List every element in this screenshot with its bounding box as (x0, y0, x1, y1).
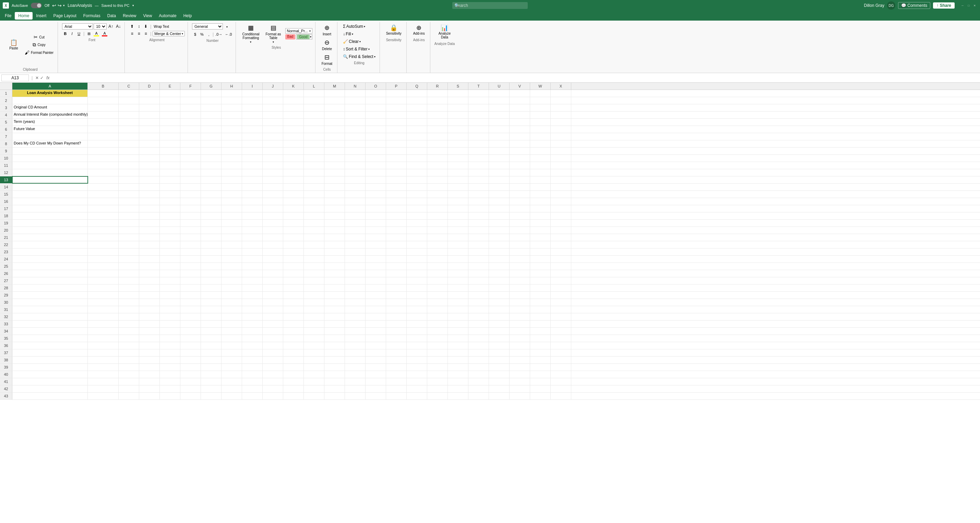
cell-f33[interactable] (180, 320, 201, 327)
cell-q33[interactable] (407, 320, 427, 327)
row-number[interactable]: 39 (0, 364, 12, 371)
cell-t38[interactable] (468, 357, 489, 364)
cell-r5[interactable] (427, 119, 448, 126)
cell-g38[interactable] (201, 357, 221, 364)
cell-c40[interactable] (119, 371, 139, 378)
cell-h40[interactable] (221, 371, 242, 378)
row-number[interactable]: 7 (0, 133, 12, 140)
cell-q23[interactable] (407, 249, 427, 255)
cell-a30[interactable] (12, 299, 88, 306)
cell-t28[interactable] (468, 284, 489, 291)
cell-u29[interactable] (489, 292, 509, 298)
cell-r22[interactable] (427, 241, 448, 248)
cell-x4[interactable] (551, 112, 571, 118)
cell-o37[interactable] (366, 349, 386, 356)
cell-s16[interactable] (448, 198, 468, 205)
cell-i43[interactable] (242, 392, 262, 399)
cell-r38[interactable] (427, 357, 448, 364)
cell-l11[interactable] (304, 162, 325, 169)
cell-a22[interactable] (12, 241, 88, 248)
cell-h24[interactable] (221, 256, 242, 263)
cell-p43[interactable] (386, 392, 407, 399)
cell-v26[interactable] (509, 270, 530, 277)
cell-a25[interactable] (12, 263, 88, 270)
cell-c4[interactable] (119, 112, 139, 118)
cell-v34[interactable] (509, 328, 530, 335)
cell-v18[interactable] (509, 212, 530, 219)
cell-t3[interactable] (468, 104, 489, 111)
cell-s1[interactable] (448, 90, 468, 97)
row-number[interactable]: 11 (0, 162, 12, 169)
cell-d4[interactable] (139, 112, 160, 118)
row-number[interactable]: 38 (0, 357, 12, 364)
cell-q34[interactable] (407, 328, 427, 335)
cell-x9[interactable] (551, 148, 571, 155)
cell-k26[interactable] (283, 270, 304, 277)
cell-r13[interactable] (427, 176, 448, 183)
cell-p25[interactable] (386, 263, 407, 270)
decrease-decimal[interactable]: ←.0 (224, 31, 233, 37)
cell-t35[interactable] (468, 335, 489, 342)
cell-a19[interactable] (12, 220, 88, 226)
cell-q9[interactable] (407, 148, 427, 155)
cell-u10[interactable] (489, 155, 509, 162)
cell-a8[interactable]: Does My CD Cover My Down Payment? (12, 140, 88, 147)
cell-b24[interactable] (88, 256, 119, 263)
cell-a34[interactable] (12, 328, 88, 335)
col-header-j[interactable]: J (262, 83, 283, 89)
row-number[interactable]: 29 (0, 292, 12, 298)
cell-k35[interactable] (283, 335, 304, 342)
cell-q3[interactable] (407, 104, 427, 111)
col-header-p[interactable]: P (386, 83, 407, 89)
cell-s30[interactable] (448, 299, 468, 306)
cell-e24[interactable] (160, 256, 180, 263)
cell-o6[interactable] (366, 126, 386, 133)
cell-p9[interactable] (386, 148, 407, 155)
undo-button[interactable]: ↩ (52, 3, 56, 8)
cell-i13[interactable] (242, 176, 262, 183)
cell-p8[interactable] (386, 140, 407, 147)
cell-s29[interactable] (448, 292, 468, 298)
cell-i41[interactable] (242, 378, 262, 385)
merge-center-button[interactable]: Merge & Center ▾ (153, 31, 185, 37)
cell-q39[interactable] (407, 364, 427, 371)
cell-v13[interactable] (509, 176, 530, 183)
cell-a31[interactable] (12, 306, 88, 313)
analyze-data-button[interactable]: 📊 Analyze Data (436, 23, 453, 40)
cell-l39[interactable] (304, 364, 325, 371)
cell-q35[interactable] (407, 335, 427, 342)
cell-t39[interactable] (468, 364, 489, 371)
cell-b2[interactable] (88, 97, 119, 104)
cell-b13[interactable] (88, 176, 119, 183)
cell-u23[interactable] (489, 249, 509, 255)
normal-style-selector[interactable]: Normal_Pr... ▾ (285, 28, 312, 33)
cell-u26[interactable] (489, 270, 509, 277)
cell-g34[interactable] (201, 328, 221, 335)
cell-g10[interactable] (201, 155, 221, 162)
cell-q31[interactable] (407, 306, 427, 313)
cell-w7[interactable] (530, 133, 551, 140)
cell-v19[interactable] (509, 220, 530, 226)
cell-c21[interactable] (119, 234, 139, 241)
cell-h18[interactable] (221, 212, 242, 219)
cell-c16[interactable] (119, 198, 139, 205)
cell-k37[interactable] (283, 349, 304, 356)
cell-m3[interactable] (325, 104, 345, 111)
cell-d9[interactable] (139, 148, 160, 155)
cell-t30[interactable] (468, 299, 489, 306)
cell-t11[interactable] (468, 162, 489, 169)
cell-p14[interactable] (386, 183, 407, 190)
cell-o4[interactable] (366, 112, 386, 118)
cell-f35[interactable] (180, 335, 201, 342)
cell-m28[interactable] (325, 284, 345, 291)
cell-l16[interactable] (304, 198, 325, 205)
cell-s15[interactable] (448, 191, 468, 198)
underline-button[interactable]: U (76, 30, 82, 37)
cell-t19[interactable] (468, 220, 489, 226)
cell-i29[interactable] (242, 292, 262, 298)
cell-e16[interactable] (160, 198, 180, 205)
col-header-n[interactable]: N (345, 83, 366, 89)
cell-p22[interactable] (386, 241, 407, 248)
cell-w34[interactable] (530, 328, 551, 335)
cell-j40[interactable] (262, 371, 283, 378)
